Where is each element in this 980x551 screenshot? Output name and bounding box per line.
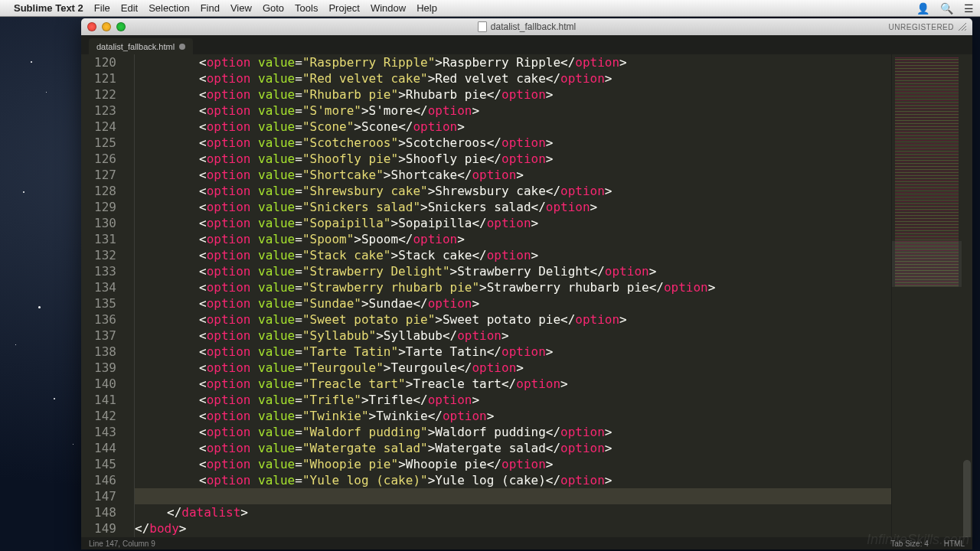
code-content[interactable]: <option value="Raspberry Ripple">Raspber… [135,54,891,537]
app-name[interactable]: Sublime Text 2 [14,2,83,14]
menu-edit[interactable]: Edit [121,2,138,14]
spotlight-icon[interactable]: 🔍 [940,2,953,15]
tab-label: datalist_fallback.html [96,42,175,51]
macos-menubar: Sublime Text 2 File Edit Selection Find … [0,0,980,17]
tab-bar: datalist_fallback.html [81,35,972,54]
window-titlebar[interactable]: datalist_fallback.html UNREGISTERED [81,18,972,35]
minimap[interactable] [891,54,962,537]
editor-window: datalist_fallback.html UNREGISTERED data… [81,18,972,549]
status-bar: Line 147, Column 9 Tab Size: 4 HTML [81,537,972,549]
vertical-scrollbar[interactable] [962,54,972,537]
cursor-position[interactable]: Line 147, Column 9 [89,540,155,548]
menu-window[interactable]: Window [371,2,406,14]
menu-file[interactable]: File [94,2,110,14]
editor-area[interactable]: 1201211221231241251261271281291301311321… [81,54,972,537]
watermark: InfiniteSkills.com [867,532,969,548]
file-tab[interactable]: datalist_fallback.html [89,38,193,54]
menu-goto[interactable]: Goto [263,2,284,14]
menu-find[interactable]: Find [201,2,220,14]
menu-list-icon[interactable]: ☰ [964,2,974,15]
menu-tools[interactable]: Tools [295,2,318,14]
menu-project[interactable]: Project [328,2,359,14]
menu-help[interactable]: Help [416,2,437,14]
scrollbar-thumb[interactable] [963,460,971,537]
fold-column [126,54,135,537]
minimap-viewport[interactable] [892,241,962,287]
menu-view[interactable]: View [230,2,252,14]
window-title: datalist_fallback.html [491,21,576,32]
dirty-indicator-icon [179,44,185,50]
menu-selection[interactable]: Selection [149,2,189,14]
document-icon [478,21,487,32]
user-icon[interactable]: 👤 [916,2,929,15]
line-number-gutter: 1201211221231241251261271281291301311321… [81,54,126,537]
